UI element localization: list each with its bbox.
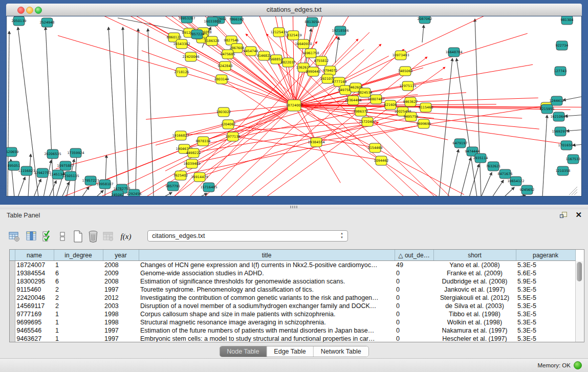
network-window-titlebar[interactable]: citations_edges.txt <box>6 4 582 16</box>
graph-node[interactable]: 2803144 <box>214 75 229 84</box>
tab-network-table[interactable]: Network Table <box>314 346 368 357</box>
graph-node[interactable]: 17359924 <box>67 148 84 158</box>
graph-node[interactable]: 10975887 <box>57 161 74 170</box>
scrollbar-thumb[interactable] <box>577 262 582 281</box>
table-row[interactable]: 1456911722003Disruption of a novel membe… <box>10 302 575 310</box>
graph-node[interactable]: 2520659 <box>7 147 18 157</box>
graph-node[interactable]: 9463627 <box>403 97 418 106</box>
graph-node[interactable]: 16210643 <box>550 112 567 121</box>
graph-node[interactable]: 22420046 <box>182 52 199 61</box>
float-panel-icon[interactable] <box>560 212 568 219</box>
hub-node[interactable]: 18724007 <box>286 100 302 111</box>
select-rows-button[interactable] <box>40 229 54 244</box>
memory-status-icon[interactable] <box>574 361 582 369</box>
graph-node[interactable]: 12942757 <box>34 168 51 178</box>
graph-node[interactable]: 8878334 <box>196 137 211 146</box>
graph-node[interactable]: 9794072 <box>323 66 338 75</box>
graph-node[interactable]: 7866160 <box>229 16 244 24</box>
column-header-title[interactable]: title <box>139 250 395 261</box>
graph-node[interactable]: 8186328 <box>205 36 220 46</box>
splitter-grip[interactable] <box>290 206 297 208</box>
graph-node[interactable]: 10973493 <box>392 51 409 60</box>
node-table[interactable]: namein_degreeyeartitle△ out_de…shortpage… <box>10 250 576 342</box>
column-header-short[interactable]: short <box>433 250 516 261</box>
column-header-out_de[interactable]: △ out_de… <box>395 250 433 261</box>
column-header-pagerank[interactable]: pagerank <box>516 250 575 261</box>
panel-splitter[interactable] <box>0 205 588 209</box>
delete-table-button[interactable] <box>86 229 100 244</box>
graph-node[interactable]: 9115460 <box>419 103 433 112</box>
graph-node[interactable]: 9245652 <box>520 185 535 194</box>
function-builder-button[interactable]: f(x) <box>119 229 133 244</box>
graph-node[interactable]: 8454749 <box>244 47 258 56</box>
tab-node-table[interactable]: Node Table <box>220 346 267 357</box>
select-column-button[interactable] <box>25 229 39 244</box>
graph-node[interactable]: 2087062 <box>418 16 432 24</box>
graph-node[interactable]: 9154469 <box>368 143 383 152</box>
graph-node[interactable]: 1977138 <box>226 132 241 141</box>
graph-node[interactable]: 8215955 <box>540 104 555 114</box>
graph-node[interactable]: 9777169 <box>332 77 347 86</box>
graph-node[interactable]: 8822037 <box>281 58 296 67</box>
graph-node[interactable]: 1167533 <box>566 155 581 164</box>
close-panel-icon[interactable]: ✕ <box>575 210 582 220</box>
graph-node[interactable]: 16914479 <box>191 172 208 182</box>
graph-node[interactable]: 15692971 <box>552 127 569 136</box>
graph-node[interactable]: 2524948 <box>40 18 55 27</box>
graph-node[interactable]: 245042 <box>112 190 124 196</box>
new-table-button[interactable] <box>71 229 85 244</box>
graph-node[interactable]: 1244412 <box>550 96 564 105</box>
graph-node[interactable]: 895051 <box>8 161 20 170</box>
column-header-year[interactable]: year <box>103 250 139 261</box>
network-canvas[interactable]: 8860123891295418226058982750816543382818… <box>6 16 582 196</box>
graph-node[interactable]: 8471676 <box>498 169 513 179</box>
graph-node[interactable]: 7986372 <box>354 107 368 116</box>
table-row[interactable]: 1872400712008Changes of HCN gene express… <box>10 261 575 270</box>
graph-node[interactable]: 1803022 <box>216 107 231 117</box>
graph-node[interactable]: 7632621 <box>486 162 501 171</box>
graph-node[interactable]: 19166827 <box>172 131 189 140</box>
table-selector-dropdown[interactable]: citations_edges.txt ▲▼ <box>147 230 348 242</box>
table-row[interactable]: 911546021997Tourette syndrome. Phenomeno… <box>10 286 575 294</box>
graph-node[interactable]: 9857791 <box>166 182 181 191</box>
graph-node[interactable]: 7625402 <box>173 171 188 180</box>
graph-node[interactable]: 8813054 <box>305 17 320 27</box>
graph-node[interactable]: 20206535 <box>44 149 61 159</box>
graph-node[interactable]: 2204067 <box>221 120 236 129</box>
graph-node[interactable]: 9699695 <box>417 119 431 128</box>
row-height-button[interactable] <box>55 229 70 244</box>
graph-node[interactable]: 1210358 <box>556 166 571 176</box>
table-row[interactable]: 946362711997Embryonic stem cells: a mode… <box>10 335 575 342</box>
graph-node[interactable]: 9242843 <box>218 61 233 71</box>
graph-node[interactable]: 15716485 <box>200 183 217 192</box>
table-row[interactable]: 1938455462009Genome-wide association stu… <box>10 269 575 277</box>
table-row[interactable]: 1830029562008Estimation of significance … <box>10 277 575 286</box>
graph-node[interactable]: 7485063 <box>398 67 413 76</box>
graph-node[interactable]: 17016504 <box>558 141 575 150</box>
table-vertical-scrollbar[interactable] <box>575 261 583 342</box>
graph-node[interactable]: 9990443 <box>306 67 321 76</box>
column-header-in_degree[interactable]: in_degree <box>54 250 103 261</box>
graph-node[interactable]: 2050139 <box>12 16 27 26</box>
graph-node[interactable]: 3824534 <box>358 88 373 97</box>
table-row[interactable]: 2242004622012Investigating the contribut… <box>10 294 575 302</box>
graph-node[interactable]: 9495754 <box>404 112 419 121</box>
table-row[interactable]: 977716911998Corpus callosum shape and si… <box>10 310 575 318</box>
table-row[interactable]: 969969511998Structural magnetic resonanc… <box>10 318 575 326</box>
table-row[interactable]: 946554611997Estimation of the future num… <box>10 326 575 335</box>
graph-node[interactable]: 4498222 <box>186 148 201 158</box>
graph-node[interactable]: 2718126 <box>175 68 189 77</box>
graph-node[interactable]: 7857224 <box>190 30 205 39</box>
graph-node[interactable]: 12975115 <box>399 81 416 91</box>
graph-node[interactable]: 9755812 <box>314 56 329 65</box>
graph-node[interactable]: 922734 <box>556 41 569 50</box>
graph-node[interactable]: 11156823 <box>18 166 35 176</box>
graph-node[interactable]: 127743 <box>554 67 567 76</box>
graph-node[interactable]: 10953287 <box>178 16 195 23</box>
graph-node[interactable]: 19218586 <box>332 26 349 35</box>
tab-edge-table[interactable]: Edge Table <box>267 346 313 357</box>
graph-node[interactable]: 1292456 <box>127 189 142 196</box>
graph-node[interactable]: 9475685 <box>221 50 235 59</box>
graph-node[interactable]: 2935114 <box>473 154 488 163</box>
graph-node[interactable]: 1094462 <box>374 156 389 165</box>
